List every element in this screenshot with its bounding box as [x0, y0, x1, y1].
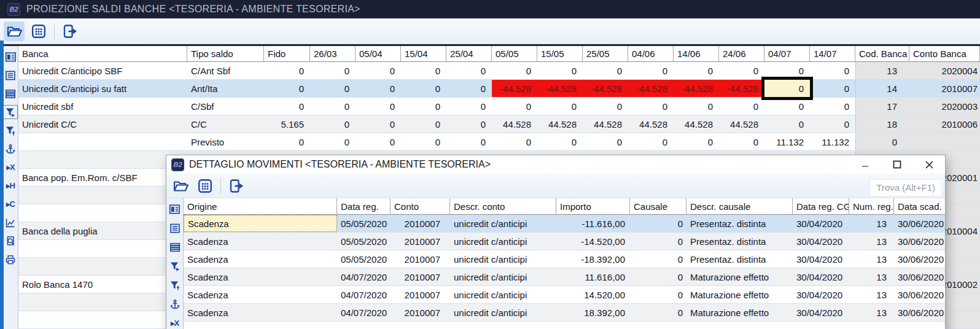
column-header[interactable]: Data reg.	[337, 198, 391, 215]
cell[interactable]	[18, 311, 187, 328]
cell[interactable]: unicredit c/anticipi	[450, 304, 556, 321]
cell[interactable]: 0	[401, 133, 446, 150]
cell[interactable]: 0	[401, 80, 446, 97]
cell[interactable]: 0	[310, 62, 356, 79]
cell[interactable]: 0	[719, 133, 764, 150]
cell[interactable]: 14.520,00	[556, 286, 630, 303]
cell[interactable]: 2010006	[909, 115, 980, 133]
cell[interactable]: 0	[630, 268, 686, 285]
cell[interactable]: 30/06/2020	[894, 250, 945, 268]
column-header[interactable]: Data reg. CG	[793, 198, 849, 215]
column-header[interactable]: 05/04	[356, 46, 401, 62]
cell[interactable]	[909, 133, 980, 150]
dialog-titlebar[interactable]: B2 DETTAGLIO MOVIMENTI <TESORERIA - AMBI…	[166, 155, 945, 174]
cell[interactable]: 44.528	[583, 115, 628, 133]
cell[interactable]: 0	[810, 80, 855, 97]
table-row[interactable]: Scadenza05/05/20202010007unicredit c/ant…	[184, 233, 945, 250]
anchor-icon[interactable]	[4, 142, 17, 155]
column-header[interactable]: 14/07	[810, 46, 855, 62]
cell[interactable]: 0	[719, 98, 764, 115]
cell[interactable]: 30/04/2020	[793, 268, 849, 285]
cell[interactable]: Scadenza	[184, 215, 337, 232]
cell[interactable]: 13	[849, 233, 894, 250]
cell[interactable]: Presentaz. distinta	[686, 215, 793, 232]
cell[interactable]: 30/04/2020	[793, 286, 849, 303]
cell[interactable]: Rolo Banca 1470	[18, 276, 187, 293]
cell[interactable]: Presentaz. distinta	[686, 233, 793, 250]
column-header[interactable]: 05/05	[492, 46, 537, 62]
cell[interactable]: 0	[264, 133, 310, 150]
cell[interactable]: 0	[719, 62, 764, 79]
cell[interactable]: Maturazione effetto	[686, 304, 793, 321]
cell[interactable]: 0	[537, 133, 583, 150]
cell[interactable]: 0	[446, 133, 492, 150]
cell[interactable]: 0	[674, 98, 719, 115]
column-header[interactable]: 25/04	[446, 46, 492, 62]
cell[interactable]: C/Sbf	[187, 98, 264, 115]
cell[interactable]: 2020003	[909, 98, 980, 115]
cell[interactable]: 0	[630, 233, 686, 250]
cell[interactable]: 30/06/2020	[894, 268, 945, 285]
table-dense-icon[interactable]	[168, 241, 182, 254]
cell[interactable]: 30/06/2020	[894, 304, 945, 321]
table-row[interactable]: Previsto0000000000011.13211.1320	[18, 133, 980, 151]
cell[interactable]: 0	[401, 98, 446, 115]
cell[interactable]: 0	[674, 62, 719, 79]
cell[interactable]: unicredit c/anticipi	[450, 286, 556, 303]
print-icon[interactable]	[4, 253, 17, 266]
cell[interactable]: 0	[628, 98, 674, 115]
cell[interactable]: 13	[849, 215, 894, 232]
cell[interactable]: 0	[810, 115, 855, 133]
close-button[interactable]	[913, 156, 945, 173]
print-preview-icon[interactable]	[4, 234, 17, 247]
column-header[interactable]: Fido	[264, 46, 310, 62]
cell[interactable]: 0	[764, 115, 810, 133]
cell[interactable]: Unicredit C/C	[18, 115, 187, 133]
table-row[interactable]: Unicredit C/CC/C5.165000044.52844.52844.…	[18, 115, 980, 133]
cell[interactable]: 0	[810, 62, 855, 79]
column-header[interactable]: Banca	[18, 46, 187, 62]
column-header[interactable]: 04/06	[628, 46, 674, 62]
cell[interactable]: unicredit c/anticipi	[450, 233, 556, 250]
cell[interactable]: 2010007	[909, 80, 980, 97]
cell[interactable]: Maturazione effetto	[686, 268, 793, 285]
cell[interactable]: 0	[537, 98, 583, 115]
cell[interactable]: 0	[628, 62, 674, 79]
cell[interactable]: 0	[356, 133, 401, 150]
cell[interactable]	[18, 258, 187, 275]
cell[interactable]: Scadenza	[184, 286, 337, 303]
cell[interactable]: 0	[356, 115, 401, 133]
cell[interactable]: 0	[356, 62, 401, 79]
column-header[interactable]: Tipo saldo	[187, 46, 264, 62]
cell[interactable]: C/C	[187, 115, 264, 133]
cell[interactable]: 04/07/2020	[337, 304, 391, 321]
cell[interactable]: Scadenza	[184, 233, 337, 250]
cell[interactable]: 2020004	[909, 62, 980, 79]
cell[interactable]: 0	[674, 133, 719, 150]
cell[interactable]: 05/05/2020	[337, 215, 391, 232]
cell[interactable]: unicredit c/anticipi	[450, 215, 556, 232]
table-row[interactable]: Scadenza04/07/20202010007unicredit c/ant…	[184, 286, 945, 304]
list-icon[interactable]	[168, 222, 182, 234]
cell[interactable]	[450, 322, 556, 329]
column-header[interactable]: 15/05	[537, 46, 583, 62]
cell[interactable]: -14.520,00	[556, 233, 630, 250]
cell[interactable]: Unicredit C/anticipi su fatt	[18, 80, 187, 97]
column-header[interactable]: Conto Banca	[909, 46, 980, 62]
cell[interactable]: 30/06/2020	[894, 233, 945, 250]
cell[interactable]: 0	[492, 133, 537, 150]
cell[interactable]: 30/04/2020	[793, 250, 849, 268]
cell[interactable]	[849, 322, 894, 329]
cell[interactable]: 0	[764, 62, 810, 79]
cell[interactable]: -44.528	[537, 80, 583, 97]
filter-clear-icon[interactable]	[168, 279, 182, 292]
cell[interactable]: 13	[849, 250, 894, 268]
cell[interactable]: Banca pop. Em.Rom. c/SBF	[18, 169, 187, 186]
cell[interactable]: 11.132	[764, 133, 810, 150]
cell[interactable]: 0	[492, 98, 537, 115]
cell[interactable]: 0	[401, 115, 446, 133]
cell[interactable]: 2010007	[391, 286, 450, 303]
column-header[interactable]: 24/06	[719, 46, 764, 62]
cell[interactable]	[18, 151, 187, 168]
cell[interactable]: 0	[764, 80, 810, 97]
